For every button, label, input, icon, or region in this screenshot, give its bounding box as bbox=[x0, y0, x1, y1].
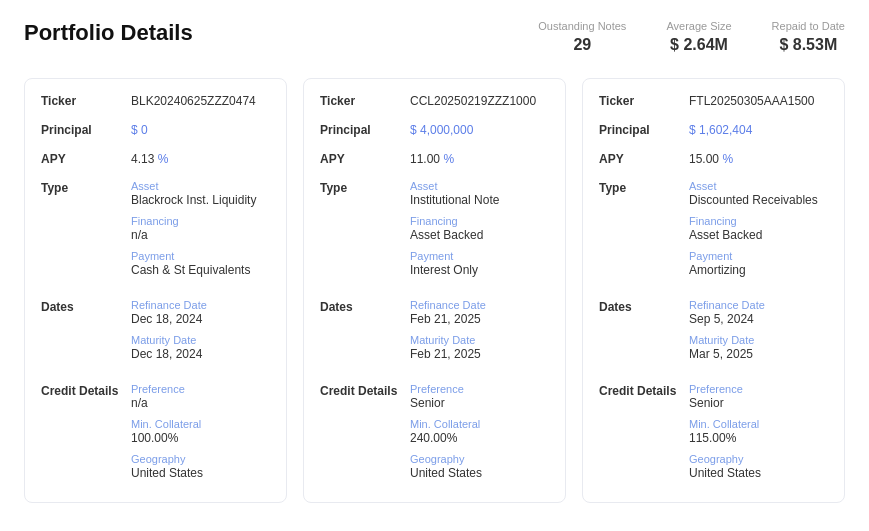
preference-value: Senior bbox=[410, 396, 549, 410]
type-label: Type bbox=[599, 180, 689, 285]
type-asset-label: Asset bbox=[131, 180, 270, 192]
min-collateral-value: 240.00% bbox=[410, 431, 549, 445]
apy-label: APY bbox=[599, 151, 689, 166]
refinance-date-section: Refinance Date Feb 21, 2025 bbox=[410, 299, 549, 326]
geography-section: Geography United States bbox=[410, 453, 549, 480]
apy-value: 4.13 % bbox=[131, 152, 168, 166]
principal-label: Principal bbox=[41, 122, 131, 137]
apy-label: APY bbox=[320, 151, 410, 166]
ticker-row: Ticker FTL20250305AAA1500 bbox=[599, 93, 828, 108]
maturity-date-section: Maturity Date Dec 18, 2024 bbox=[131, 334, 270, 361]
type-row: Type Asset Discounted Receivables Financ… bbox=[599, 180, 828, 285]
maturity-date-value: Dec 18, 2024 bbox=[131, 347, 270, 361]
refinance-date-value: Feb 21, 2025 bbox=[410, 312, 549, 326]
principal-row: Principal $ 1,602,404 bbox=[599, 122, 828, 137]
repaid-to-date-stat: Repaid to Date $ 8.53M bbox=[772, 20, 845, 54]
ticker-label: Ticker bbox=[41, 93, 131, 108]
apy-value: 11.00 % bbox=[410, 152, 454, 166]
ticker-value: CCL20250219ZZZ1000 bbox=[410, 94, 536, 108]
min-collateral-label: Min. Collateral bbox=[131, 418, 270, 430]
apy-unit: % bbox=[722, 152, 733, 166]
type-asset-section: Asset Blackrock Inst. Liquidity bbox=[131, 180, 270, 207]
type-asset-section: Asset Discounted Receivables bbox=[689, 180, 828, 207]
outstanding-notes-label: Oustanding Notes bbox=[538, 20, 626, 32]
repaid-to-date-label: Repaid to Date bbox=[772, 20, 845, 32]
type-financing-section: Financing Asset Backed bbox=[410, 215, 549, 242]
maturity-date-section: Maturity Date Feb 21, 2025 bbox=[410, 334, 549, 361]
refinance-date-label: Refinance Date bbox=[131, 299, 270, 311]
credit-row: Credit Details Preference n/a Min. Colla… bbox=[41, 383, 270, 488]
preference-label: Preference bbox=[131, 383, 270, 395]
repaid-to-date-value: $ 8.53M bbox=[772, 36, 845, 54]
type-payment-section: Payment Interest Only bbox=[410, 250, 549, 277]
dates-row: Dates Refinance Date Sep 5, 2024 Maturit… bbox=[599, 299, 828, 369]
apy-row: APY 4.13 % bbox=[41, 151, 270, 166]
outstanding-notes-value: 29 bbox=[538, 36, 626, 54]
type-asset-value: Institutional Note bbox=[410, 193, 549, 207]
geography-value: United States bbox=[131, 466, 270, 480]
type-payment-value: Interest Only bbox=[410, 263, 549, 277]
dates-label: Dates bbox=[320, 299, 410, 369]
type-payment-section: Payment Amortizing bbox=[689, 250, 828, 277]
principal-value: $ 4,000,000 bbox=[410, 123, 473, 137]
type-asset-value: Blackrock Inst. Liquidity bbox=[131, 193, 270, 207]
principal-value: $ 0 bbox=[131, 123, 148, 137]
dates-label: Dates bbox=[41, 299, 131, 369]
type-payment-value: Amortizing bbox=[689, 263, 828, 277]
type-payment-label: Payment bbox=[689, 250, 828, 262]
geography-value: United States bbox=[689, 466, 828, 480]
outstanding-notes-stat: Oustanding Notes 29 bbox=[538, 20, 626, 54]
portfolio-card-1: Ticker CCL20250219ZZZ1000 Principal $ 4,… bbox=[303, 78, 566, 503]
preference-label: Preference bbox=[410, 383, 549, 395]
dates-row: Dates Refinance Date Dec 18, 2024 Maturi… bbox=[41, 299, 270, 369]
maturity-date-label: Maturity Date bbox=[689, 334, 828, 346]
refinance-date-section: Refinance Date Sep 5, 2024 bbox=[689, 299, 828, 326]
page-header: Portfolio Details Oustanding Notes 29 Av… bbox=[24, 20, 845, 54]
ticker-row: Ticker BLK20240625ZZZ0474 bbox=[41, 93, 270, 108]
dates-row: Dates Refinance Date Feb 21, 2025 Maturi… bbox=[320, 299, 549, 369]
preference-section: Preference n/a bbox=[131, 383, 270, 410]
geography-label: Geography bbox=[131, 453, 270, 465]
min-collateral-label: Min. Collateral bbox=[689, 418, 828, 430]
preference-label: Preference bbox=[689, 383, 828, 395]
geography-section: Geography United States bbox=[131, 453, 270, 480]
geography-label: Geography bbox=[689, 453, 828, 465]
type-label: Type bbox=[320, 180, 410, 285]
min-collateral-label: Min. Collateral bbox=[410, 418, 549, 430]
apy-row: APY 11.00 % bbox=[320, 151, 549, 166]
type-asset-section: Asset Institutional Note bbox=[410, 180, 549, 207]
geography-value: United States bbox=[410, 466, 549, 480]
min-collateral-value: 100.00% bbox=[131, 431, 270, 445]
ticker-row: Ticker CCL20250219ZZZ1000 bbox=[320, 93, 549, 108]
credit-label: Credit Details bbox=[320, 383, 410, 488]
credit-label: Credit Details bbox=[41, 383, 131, 488]
average-size-stat: Average Size $ 2.64M bbox=[666, 20, 731, 54]
ticker-value: FTL20250305AAA1500 bbox=[689, 94, 814, 108]
stats-row: Oustanding Notes 29 Average Size $ 2.64M… bbox=[538, 20, 845, 54]
maturity-date-label: Maturity Date bbox=[410, 334, 549, 346]
type-row: Type Asset Institutional Note Financing … bbox=[320, 180, 549, 285]
type-financing-label: Financing bbox=[689, 215, 828, 227]
credit-label: Credit Details bbox=[599, 383, 689, 488]
maturity-date-section: Maturity Date Mar 5, 2025 bbox=[689, 334, 828, 361]
principal-label: Principal bbox=[320, 122, 410, 137]
preference-value: Senior bbox=[689, 396, 828, 410]
type-label: Type bbox=[41, 180, 131, 285]
cards-container: Ticker BLK20240625ZZZ0474 Principal $ 0 … bbox=[24, 78, 845, 503]
type-financing-section: Financing Asset Backed bbox=[689, 215, 828, 242]
type-asset-label: Asset bbox=[689, 180, 828, 192]
geography-label: Geography bbox=[410, 453, 549, 465]
credit-row: Credit Details Preference Senior Min. Co… bbox=[599, 383, 828, 488]
type-financing-section: Financing n/a bbox=[131, 215, 270, 242]
credit-row: Credit Details Preference Senior Min. Co… bbox=[320, 383, 549, 488]
apy-unit: % bbox=[158, 152, 169, 166]
min-collateral-section: Min. Collateral 240.00% bbox=[410, 418, 549, 445]
geography-section: Geography United States bbox=[689, 453, 828, 480]
maturity-date-label: Maturity Date bbox=[131, 334, 270, 346]
principal-value: $ 1,602,404 bbox=[689, 123, 752, 137]
principal-label: Principal bbox=[599, 122, 689, 137]
ticker-label: Ticker bbox=[320, 93, 410, 108]
min-collateral-section: Min. Collateral 115.00% bbox=[689, 418, 828, 445]
maturity-date-value: Mar 5, 2025 bbox=[689, 347, 828, 361]
preference-section: Preference Senior bbox=[689, 383, 828, 410]
